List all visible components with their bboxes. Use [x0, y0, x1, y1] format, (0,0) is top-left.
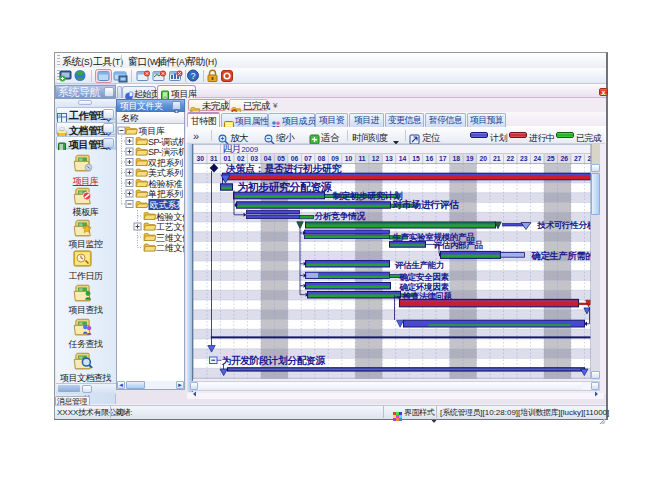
svg-text:01: 01	[223, 155, 231, 162]
svg-text:26: 26	[560, 155, 568, 162]
svg-text:17: 17	[439, 155, 447, 162]
svg-text:决策点：是否进行初步研究: 决策点：是否进行初步研究	[225, 163, 343, 175]
svg-text:确定生产所需的加工: 确定生产所需的加工	[530, 250, 591, 261]
svg-text:14: 14	[398, 155, 406, 162]
svg-text:技术可行性分析: 技术可行性分析	[536, 220, 591, 230]
svg-text:10: 10	[344, 155, 352, 162]
svg-text:为开发阶段计划分配资源: 为开发阶段计划分配资源	[221, 355, 325, 366]
svg-text:04: 04	[263, 155, 271, 162]
svg-text:30: 30	[196, 155, 204, 162]
svg-text:欧式系列: 欧式系列	[150, 200, 184, 210]
svg-text:?: ?	[191, 71, 196, 81]
svg-text:11: 11	[358, 155, 365, 162]
svg-text:02: 02	[236, 155, 244, 162]
svg-text:2009: 2009	[241, 145, 258, 154]
svg-text:16: 16	[425, 155, 433, 162]
svg-text:05: 05	[277, 155, 285, 162]
svg-text:三维文件: 三维文件	[156, 233, 184, 243]
svg-text:25: 25	[546, 155, 554, 162]
svg-text:19: 19	[466, 155, 474, 162]
svg-text:13: 13	[385, 155, 393, 162]
svg-text:检验标准: 检验标准	[148, 179, 183, 189]
svg-text:检验文件: 检验文件	[156, 212, 184, 222]
svg-text:双把系列: 双把系列	[147, 158, 183, 168]
svg-text:23: 23	[519, 155, 527, 162]
svg-text:四月: 四月	[222, 144, 240, 154]
svg-text:二维文件: 二维文件	[156, 243, 184, 253]
svg-text:单把系列: 单把系列	[148, 189, 183, 199]
svg-text:27: 27	[573, 155, 581, 162]
svg-text:为初步研究分配资源: 为初步研究分配资源	[237, 181, 332, 193]
svg-text:31: 31	[209, 155, 217, 162]
svg-text:项目库: 项目库	[139, 126, 165, 136]
svg-text:09: 09	[331, 155, 339, 162]
svg-text:22: 22	[506, 155, 514, 162]
svg-text:06: 06	[290, 155, 298, 162]
svg-text:07: 07	[304, 155, 312, 162]
svg-text:SP-演示机系: SP-演示机系	[148, 147, 184, 157]
svg-text:18: 18	[452, 155, 460, 162]
svg-text:美式系列: 美式系列	[148, 168, 183, 178]
svg-text:20: 20	[479, 155, 487, 162]
svg-text:评估内部产品: 评估内部产品	[432, 240, 483, 250]
svg-text:对市场进行评估: 对市场进行评估	[391, 199, 458, 210]
svg-text:24: 24	[533, 155, 541, 162]
svg-text:21: 21	[493, 155, 501, 162]
svg-text:12: 12	[371, 155, 379, 162]
svg-text:08: 08	[317, 155, 325, 162]
svg-text:15: 15	[412, 155, 420, 162]
svg-text:确定安全因素: 确定安全因素	[398, 272, 449, 282]
svg-text:03: 03	[250, 155, 258, 162]
svg-text:评估生产能力: 评估生产能力	[394, 260, 444, 270]
svg-text:工艺文件: 工艺文件	[156, 222, 184, 232]
svg-text:分析竞争情况: 分析竞争情况	[313, 211, 365, 221]
svg-text:SP-调试机系: SP-调试机系	[148, 137, 184, 147]
